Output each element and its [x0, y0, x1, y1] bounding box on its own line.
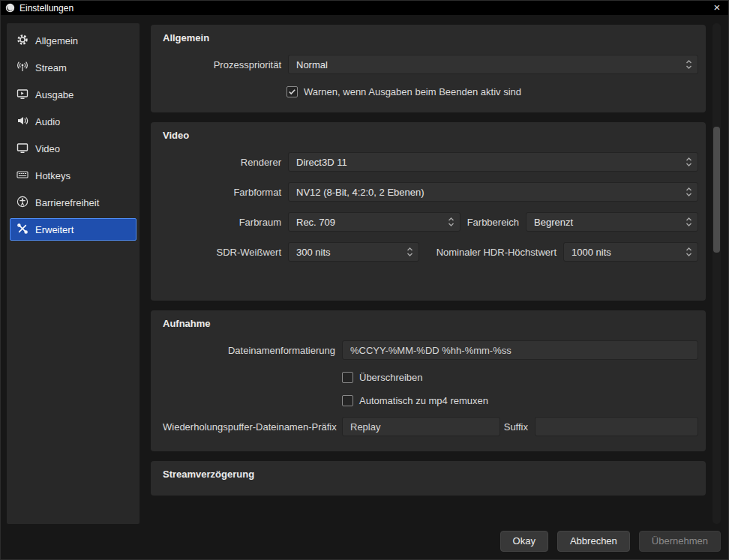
section-title: Video	[163, 130, 698, 142]
sidebar-item-label: Ausgabe	[35, 89, 74, 100]
sdr-white-label: SDR-Weißwert	[163, 247, 288, 258]
hdr-peak-value: 1000 nits	[572, 247, 684, 258]
hdr-peak-spinbox[interactable]: 1000 nits	[563, 242, 698, 262]
spinner-buttons[interactable]	[684, 157, 694, 166]
scrollbar-thumb[interactable]	[713, 127, 720, 253]
sdr-white-spinbox[interactable]: 300 nits	[288, 242, 419, 262]
sidebar-item-hotkeys[interactable]: Hotkeys	[10, 164, 136, 187]
settings-content: Allgemein Prozesspriorität Normal Warnen…	[151, 23, 706, 524]
filename-format-label: Dateinamenformatierung	[163, 345, 342, 356]
section-video: Video Renderer Direct3D 11 Farbformat NV…	[151, 122, 706, 301]
auto-remux-checkbox[interactable]	[342, 395, 353, 406]
window-title: Einstellungen	[20, 3, 74, 13]
sidebar-item-label: Allgemein	[35, 35, 78, 46]
sidebar-item-audio[interactable]: Audio	[10, 110, 136, 133]
spinner-buttons[interactable]	[684, 60, 694, 69]
suffix-label: Suffix	[500, 421, 535, 433]
warn-on-exit-label: Warnen, wenn Ausgaben beim Beenden aktiv…	[304, 86, 521, 97]
filename-format-input[interactable]	[342, 340, 698, 360]
sidebar-item-barrierefreiheit[interactable]: Barrierefreiheit	[10, 191, 136, 214]
accessibility-icon	[16, 196, 28, 210]
sidebar-item-label: Audio	[35, 116, 60, 127]
sidebar-item-label: Hotkeys	[35, 170, 70, 181]
dialog-footer: Okay Abbrechen Übernehmen	[1, 523, 728, 559]
titlebar: Einstellungen ×	[1, 1, 728, 15]
sidebar-item-allgemein[interactable]: Allgemein	[10, 29, 136, 52]
color-space-select[interactable]: Rec. 709	[288, 212, 460, 232]
spinner-buttons[interactable]	[684, 217, 694, 226]
replay-prefix-input[interactable]	[342, 417, 500, 436]
replay-prefix-label: Wiederholungspuffer-Dateinamen-Präfix	[163, 421, 342, 433]
auto-remux-label: Automatisch zu mp4 remuxen	[359, 395, 488, 406]
apply-button[interactable]: Übernehmen	[639, 531, 721, 552]
section-title: Allgemein	[163, 32, 698, 44]
color-space-value: Rec. 709	[296, 217, 446, 228]
overwrite-label: Überschreiben	[359, 372, 423, 383]
color-range-value: Begrenzt	[534, 217, 684, 228]
sidebar-item-label: Erweitert	[35, 224, 74, 235]
settings-window: Einstellungen × Allgemein Stream Ausgabe…	[0, 0, 729, 560]
sidebar-item-ausgabe[interactable]: Ausgabe	[10, 83, 136, 106]
overwrite-checkbox[interactable]	[342, 372, 353, 383]
color-range-select[interactable]: Begrenzt	[526, 212, 698, 232]
sidebar-item-label: Barrierefreiheit	[35, 197, 99, 208]
vertical-scrollbar[interactable]	[712, 23, 721, 524]
spinner-buttons[interactable]	[684, 187, 694, 196]
renderer-value: Direct3D 11	[296, 157, 684, 168]
suffix-input[interactable]	[535, 417, 698, 436]
monitor-icon	[16, 142, 28, 156]
color-space-label: Farbraum	[163, 217, 288, 228]
sidebar-item-video[interactable]: Video	[10, 137, 136, 160]
okay-button[interactable]: Okay	[500, 531, 548, 552]
color-format-value: NV12 (8-Bit, 4:2:0, 2 Ebenen)	[296, 187, 684, 198]
spinner-buttons[interactable]	[684, 247, 694, 256]
hdr-peak-label: Nominaler HDR-Höchstwert	[419, 247, 563, 258]
broadcast-icon	[16, 61, 28, 75]
renderer-label: Renderer	[163, 157, 288, 168]
spinner-buttons[interactable]	[446, 217, 456, 226]
sidebar-item-label: Stream	[35, 62, 67, 73]
section-aufnahme: Aufnahme Dateinamenformatierung Überschr…	[151, 310, 706, 451]
spinner-buttons[interactable]	[405, 247, 415, 256]
tools-icon	[16, 223, 28, 237]
sidebar-item-label: Video	[35, 143, 60, 154]
section-allgemein: Allgemein Prozesspriorität Normal Warnen…	[151, 25, 706, 112]
obs-logo-icon	[5, 3, 15, 13]
section-title: Streamverzögerung	[163, 469, 698, 481]
color-format-select[interactable]: NV12 (8-Bit, 4:2:0, 2 Ebenen)	[288, 182, 698, 202]
process-priority-label: Prozesspriorität	[163, 59, 288, 70]
keyboard-icon	[16, 169, 28, 183]
speaker-icon	[16, 115, 28, 129]
settings-sidebar: Allgemein Stream Ausgabe Audio Video Hot…	[7, 23, 140, 524]
close-icon[interactable]: ×	[706, 1, 728, 15]
cancel-button[interactable]: Abbrechen	[557, 531, 630, 552]
output-icon	[16, 88, 28, 102]
sidebar-item-stream[interactable]: Stream	[10, 56, 136, 79]
process-priority-value: Normal	[296, 59, 684, 70]
color-range-label: Farbbereich	[460, 217, 526, 228]
process-priority-select[interactable]: Normal	[288, 55, 698, 74]
gear-icon	[16, 34, 28, 48]
sidebar-item-erweitert[interactable]: Erweitert	[10, 218, 136, 241]
renderer-select[interactable]: Direct3D 11	[288, 152, 698, 172]
sdr-white-value: 300 nits	[296, 247, 405, 258]
section-streamverzoegerung: Streamverzögerung	[151, 461, 706, 496]
color-format-label: Farbformat	[163, 187, 288, 198]
section-title: Aufnahme	[163, 318, 698, 330]
warn-on-exit-checkbox[interactable]	[286, 86, 298, 97]
